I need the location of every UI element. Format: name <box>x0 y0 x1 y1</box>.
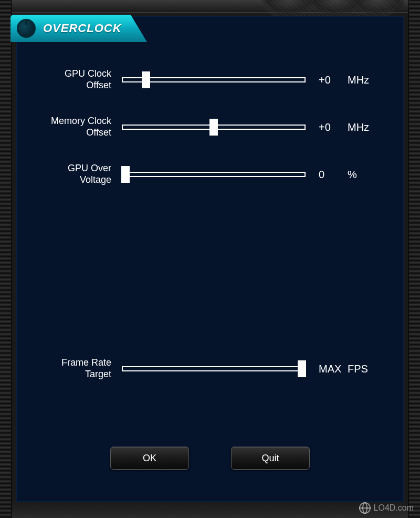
memory-clock-label: Memory ClockOffset <box>17 116 122 138</box>
main-panel: GPU ClockOffset +0 MHz Memory ClockOffse… <box>16 16 404 502</box>
decoration-tube-right <box>408 0 420 518</box>
slider-thumb[interactable] <box>142 71 150 88</box>
memory-clock-slider[interactable] <box>122 121 306 133</box>
frame-rate-label: Frame RateTarget <box>17 357 122 380</box>
frame-rate-unit: FPS <box>348 363 384 375</box>
decoration-cables <box>257 0 404 26</box>
gpu-clock-slider[interactable] <box>122 74 306 86</box>
watermark-text: LO4D.com <box>374 503 414 513</box>
gpu-clock-unit: MHz <box>348 74 384 86</box>
frame-rate-row: Frame RateTarget MAX FPS <box>17 356 403 382</box>
memory-clock-value: +0 <box>306 121 348 133</box>
frame-rate-slider[interactable] <box>122 362 306 375</box>
gpu-voltage-value: 0 <box>306 169 348 181</box>
gpu-voltage-unit: % <box>348 169 384 181</box>
app-frame: OVERCLOCK GPU ClockOffset +0 MHz Memory … <box>0 0 420 518</box>
gpu-clock-row: GPU ClockOffset +0 MHz <box>17 67 403 93</box>
gpu-voltage-slider[interactable] <box>122 168 306 181</box>
slider-thumb[interactable] <box>121 166 130 183</box>
dial-icon <box>17 19 36 38</box>
slider-thumb[interactable] <box>298 360 306 377</box>
watermark: LO4D.com <box>359 502 414 514</box>
gpu-voltage-label: GPU OverVoltage <box>17 163 122 185</box>
quit-button[interactable]: Quit <box>231 447 310 470</box>
memory-clock-unit: MHz <box>348 121 384 133</box>
gpu-voltage-row: GPU OverVoltage 0 % <box>17 161 403 188</box>
title-text: OVERCLOCK <box>43 22 122 35</box>
decoration-tube-left <box>0 0 12 518</box>
slider-thumb[interactable] <box>209 119 218 136</box>
slider-track <box>122 172 306 177</box>
frame-rate-value: MAX <box>306 363 348 375</box>
decoration-bottom-bar <box>12 502 408 518</box>
slider-track <box>122 366 306 371</box>
button-row: OK Quit <box>17 447 403 470</box>
ok-button[interactable]: OK <box>110 447 189 470</box>
title-tab: OVERCLOCK <box>10 15 147 42</box>
memory-clock-row: Memory ClockOffset +0 MHz <box>17 114 403 140</box>
globe-icon <box>359 502 371 514</box>
gpu-clock-value: +0 <box>306 74 348 86</box>
gpu-clock-label: GPU ClockOffset <box>17 68 122 91</box>
